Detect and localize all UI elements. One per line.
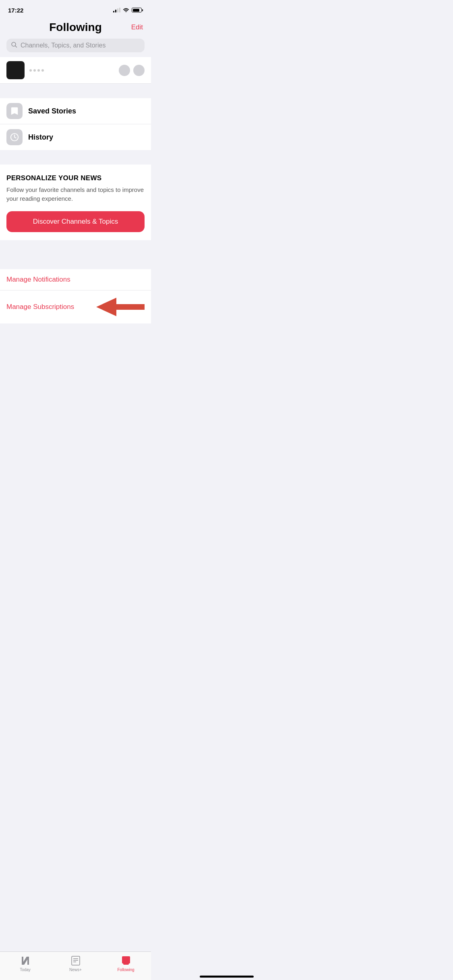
history-item[interactable]: History xyxy=(0,124,151,150)
arrow-annotation xyxy=(96,297,145,317)
header: Following Edit xyxy=(0,18,151,39)
manage-notifications-label: Manage Notifications xyxy=(6,276,70,284)
page-title: Following xyxy=(49,21,102,34)
manage-subscriptions-item[interactable]: Manage Subscriptions xyxy=(0,290,151,323)
section-divider-4 xyxy=(0,323,151,338)
search-bar[interactable]: Channels, Topics, and Stories xyxy=(6,39,145,52)
saved-stories-label: Saved Stories xyxy=(28,107,76,115)
personalize-description: Follow your favorite channels and topics… xyxy=(6,185,145,203)
search-placeholder-text: Channels, Topics, and Stories xyxy=(21,42,105,49)
search-container: Channels, Topics, and Stories xyxy=(0,39,151,57)
section-divider-3 xyxy=(0,240,151,255)
svg-marker-2 xyxy=(96,298,145,316)
manage-subscriptions-label: Manage Subscriptions xyxy=(6,303,74,311)
manage-notifications-item[interactable]: Manage Notifications xyxy=(0,269,151,290)
signal-icon xyxy=(113,8,120,12)
status-icons xyxy=(113,7,143,13)
history-icon xyxy=(6,129,23,145)
status-time: 17:22 xyxy=(8,7,23,14)
personalize-section: PERSONALIZE YOUR NEWS Follow your favori… xyxy=(0,165,151,240)
saved-stories-icon xyxy=(6,103,23,119)
battery-icon xyxy=(132,8,143,12)
channel-name-dots xyxy=(29,69,44,72)
status-bar: 17:22 xyxy=(0,0,151,18)
history-label: History xyxy=(28,133,53,142)
channel-action-buttons xyxy=(119,65,145,76)
search-icon xyxy=(11,42,17,49)
partial-channel-item[interactable] xyxy=(0,57,151,84)
saved-history-section: Saved Stories History xyxy=(0,98,151,150)
discover-button[interactable]: Discover Channels & Topics xyxy=(6,211,145,232)
manage-section: Manage Notifications Manage Subscription… xyxy=(0,269,151,323)
channel-thumbnail xyxy=(6,61,25,79)
section-divider-2 xyxy=(0,150,151,165)
personalize-title: PERSONALIZE YOUR NEWS xyxy=(6,174,145,182)
wifi-icon xyxy=(123,7,129,13)
section-divider-1 xyxy=(0,84,151,98)
edit-button[interactable]: Edit xyxy=(131,23,143,31)
saved-stories-item[interactable]: Saved Stories xyxy=(0,98,151,124)
